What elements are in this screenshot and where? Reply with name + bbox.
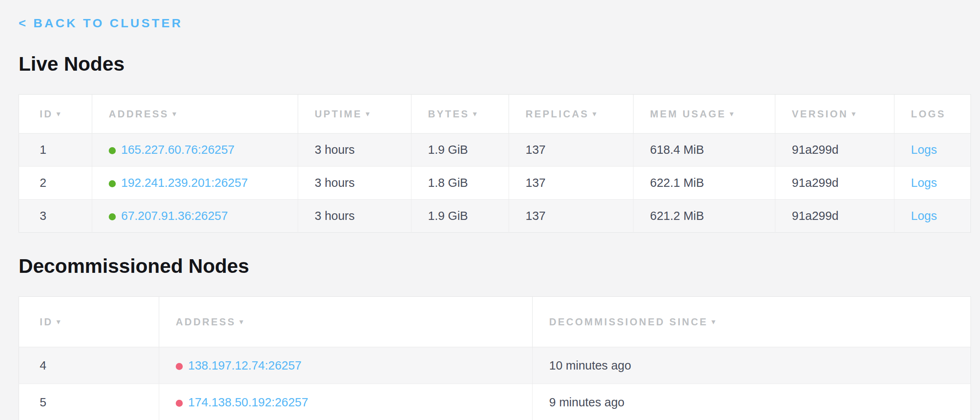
column-header-id[interactable]: ID▾ <box>19 297 159 347</box>
sort-arrow-icon: ▾ <box>366 110 371 118</box>
cell-bytes: 1.9 GiB <box>411 200 509 233</box>
cell-logs: Logs <box>894 134 971 167</box>
cell-mem-usage: 618.4 MiB <box>633 134 775 167</box>
node-decommissioned-status-icon <box>176 363 183 370</box>
cell-node-address: 192.241.239.201:26257 <box>92 167 298 200</box>
sort-arrow-icon: ▾ <box>172 110 178 118</box>
column-header-replicas[interactable]: REPLICAS▾ <box>509 95 633 134</box>
sort-arrow-icon: ▾ <box>852 110 857 118</box>
column-header-address[interactable]: ADDRESS▾ <box>92 95 298 134</box>
cell-decommissioned-since: 10 minutes ago <box>533 347 971 384</box>
cell-version: 91a299d <box>775 200 894 233</box>
decommissioned-nodes-title: Decommissioned Nodes <box>19 254 970 278</box>
node-live-status-icon <box>109 180 116 187</box>
logs-link[interactable]: Logs <box>911 209 937 222</box>
node-address-link[interactable]: 165.227.60.76:26257 <box>121 143 234 156</box>
cell-logs: Logs <box>894 167 971 200</box>
table-header-row: ID▾ ADDRESS▾ DECOMMISSIONED SINCE▾ <box>19 297 971 347</box>
column-header-mem-usage[interactable]: MEM USAGE▾ <box>633 95 775 134</box>
column-header-decommissioned-since[interactable]: DECOMMISSIONED SINCE▾ <box>533 297 971 347</box>
node-address-link[interactable]: 192.241.239.201:26257 <box>121 176 248 189</box>
sort-arrow-icon: ▾ <box>473 110 478 118</box>
column-header-uptime[interactable]: UPTIME▾ <box>298 95 411 134</box>
cell-node-id: 4 <box>19 347 159 384</box>
cell-node-address: 174.138.50.192:26257 <box>159 384 533 420</box>
column-header-address[interactable]: ADDRESS▾ <box>159 297 533 347</box>
live-nodes-table: ID▾ ADDRESS▾ UPTIME▾ BYTES▾ REPLICAS▾ ME… <box>19 94 971 233</box>
back-to-cluster-link[interactable]: < BACK TO CLUSTER <box>19 16 183 31</box>
column-header-bytes[interactable]: BYTES▾ <box>411 95 509 134</box>
cell-replicas: 137 <box>509 167 633 200</box>
sort-arrow-icon: ▾ <box>712 318 717 326</box>
column-header-logs: LOGS <box>894 95 971 134</box>
cell-node-id: 1 <box>19 134 92 167</box>
node-decommissioned-status-icon <box>176 400 183 407</box>
sort-arrow-icon: ▾ <box>730 110 735 118</box>
cell-node-id: 5 <box>19 384 159 420</box>
cell-bytes: 1.8 GiB <box>411 167 509 200</box>
sort-arrow-icon: ▾ <box>239 318 245 326</box>
cell-node-address: 138.197.12.74:26257 <box>159 347 533 384</box>
logs-link[interactable]: Logs <box>911 176 937 189</box>
cell-node-id: 3 <box>19 200 92 233</box>
node-live-status-icon <box>109 147 116 154</box>
column-header-version[interactable]: VERSION▾ <box>775 95 894 134</box>
table-row: 3 67.207.91.36:26257 3 hours 1.9 GiB 137… <box>19 200 971 233</box>
cell-uptime: 3 hours <box>298 167 411 200</box>
table-header-row: ID▾ ADDRESS▾ UPTIME▾ BYTES▾ REPLICAS▾ ME… <box>19 95 971 134</box>
cell-replicas: 137 <box>509 200 633 233</box>
table-row: 5 174.138.50.192:26257 9 minutes ago <box>19 384 971 420</box>
cell-uptime: 3 hours <box>298 200 411 233</box>
node-live-status-icon <box>109 213 116 220</box>
sort-arrow-icon: ▾ <box>57 110 62 118</box>
logs-link[interactable]: Logs <box>911 143 937 156</box>
cell-mem-usage: 622.1 MiB <box>633 167 775 200</box>
sort-arrow-icon: ▾ <box>593 110 598 118</box>
cell-node-id: 2 <box>19 167 92 200</box>
cell-node-address: 67.207.91.36:26257 <box>92 200 298 233</box>
node-address-link[interactable]: 174.138.50.192:26257 <box>188 396 308 409</box>
live-nodes-title: Live Nodes <box>19 52 970 76</box>
cell-logs: Logs <box>894 200 971 233</box>
cell-version: 91a299d <box>775 134 894 167</box>
cell-mem-usage: 621.2 MiB <box>633 200 775 233</box>
node-address-link[interactable]: 67.207.91.36:26257 <box>121 209 228 222</box>
decommissioned-nodes-table: ID▾ ADDRESS▾ DECOMMISSIONED SINCE▾ 4 138… <box>19 296 971 420</box>
table-row: 1 165.227.60.76:26257 3 hours 1.9 GiB 13… <box>19 134 971 167</box>
cell-bytes: 1.9 GiB <box>411 134 509 167</box>
table-row: 2 192.241.239.201:26257 3 hours 1.8 GiB … <box>19 167 971 200</box>
cell-node-address: 165.227.60.76:26257 <box>92 134 298 167</box>
table-row: 4 138.197.12.74:26257 10 minutes ago <box>19 347 971 384</box>
cell-decommissioned-since: 9 minutes ago <box>533 384 971 420</box>
sort-arrow-icon: ▾ <box>57 318 62 326</box>
cell-uptime: 3 hours <box>298 134 411 167</box>
cell-replicas: 137 <box>509 134 633 167</box>
nodes-page: < BACK TO CLUSTER Live Nodes ID▾ ADDRESS… <box>0 0 980 420</box>
column-header-id[interactable]: ID▾ <box>19 95 92 134</box>
cell-version: 91a299d <box>775 167 894 200</box>
node-address-link[interactable]: 138.197.12.74:26257 <box>188 359 301 372</box>
